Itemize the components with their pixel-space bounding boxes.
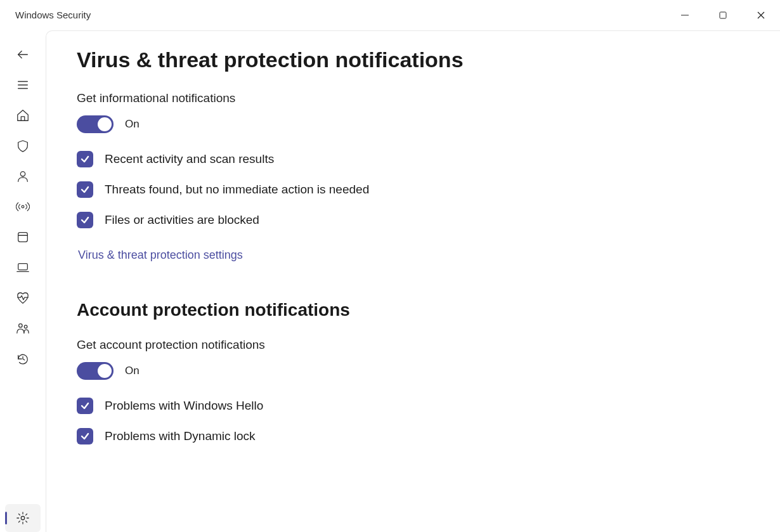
check-windows-hello-label: Problems with Windows Hello (105, 399, 263, 413)
svg-point-15 (24, 325, 27, 328)
nav-app-browser[interactable] (5, 223, 41, 251)
checkmark-icon (80, 215, 90, 225)
page-title: Virus & threat protection notifications (77, 48, 750, 72)
content-pane: Virus & threat protection notifications … (46, 30, 780, 532)
minimize-button[interactable] (666, 0, 704, 30)
heart-pulse-icon (16, 291, 30, 305)
check-threats-found[interactable] (77, 181, 93, 198)
nav-home[interactable] (5, 101, 41, 129)
app-icon (16, 230, 30, 244)
virus-toggle-state: On (125, 118, 140, 131)
window-title: Windows Security (15, 10, 91, 20)
check-threats-found-label: Threats found, but no immediate action i… (105, 183, 369, 197)
check-windows-hello[interactable] (77, 398, 93, 414)
check-files-blocked-label: Files or activities are blocked (105, 213, 259, 227)
check-recent-activity-label: Recent activity and scan results (105, 152, 274, 166)
person-icon (16, 169, 30, 183)
virus-informational-toggle[interactable] (77, 115, 114, 133)
nav-family-options[interactable] (5, 315, 41, 342)
nav-protection-history[interactable] (5, 345, 41, 373)
family-icon (16, 321, 30, 335)
virus-settings-link[interactable]: Virus & threat protection settings (78, 249, 243, 262)
virus-sub-label: Get informational notifications (77, 91, 750, 105)
svg-point-14 (19, 324, 22, 328)
check-files-blocked[interactable] (77, 212, 93, 228)
history-icon (16, 352, 30, 366)
checkmark-icon (80, 401, 90, 411)
nav-device-security[interactable] (5, 254, 41, 282)
maximize-button[interactable] (704, 0, 742, 30)
svg-rect-12 (18, 264, 28, 270)
account-sub-label: Get account protection notifications (77, 338, 750, 352)
account-toggle-state: On (125, 365, 140, 377)
window-controls (666, 0, 780, 30)
nav-device-performance[interactable] (5, 284, 41, 312)
svg-point-8 (20, 172, 25, 176)
nav-virus-threat[interactable] (5, 132, 41, 160)
check-dynamic-lock-label: Problems with Dynamic lock (105, 429, 256, 443)
nav-settings[interactable] (5, 504, 41, 532)
gear-icon (16, 511, 30, 525)
titlebar: Windows Security (0, 0, 780, 30)
nav-firewall[interactable] (5, 193, 41, 221)
laptop-icon (16, 261, 30, 275)
svg-point-16 (21, 516, 25, 520)
check-dynamic-lock[interactable] (77, 428, 93, 444)
svg-rect-1 (720, 12, 726, 18)
svg-rect-10 (18, 233, 28, 242)
hamburger-icon (16, 78, 30, 92)
checkmark-icon (80, 185, 90, 195)
account-section-title: Account protection notifications (77, 300, 750, 320)
home-icon (16, 108, 30, 122)
broadcast-icon (16, 200, 30, 214)
svg-point-9 (22, 205, 24, 208)
close-icon (757, 11, 765, 20)
menu-button[interactable] (5, 71, 41, 99)
back-button[interactable] (5, 41, 41, 68)
account-notifications-toggle[interactable] (77, 362, 114, 380)
sidebar (0, 30, 46, 532)
close-button[interactable] (742, 0, 780, 30)
minimize-icon (680, 11, 689, 20)
checkmark-icon (80, 431, 90, 441)
shield-icon (16, 139, 30, 153)
check-recent-activity[interactable] (77, 151, 93, 167)
nav-account-protection[interactable] (5, 162, 41, 190)
checkmark-icon (80, 154, 90, 164)
back-arrow-icon (16, 48, 30, 62)
maximize-icon (718, 11, 727, 20)
